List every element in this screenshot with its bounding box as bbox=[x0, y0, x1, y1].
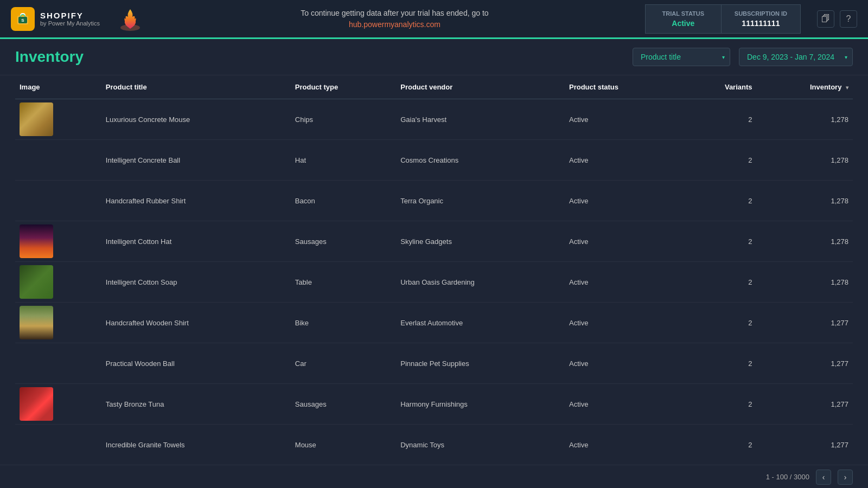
pma-flame-icon bbox=[116, 7, 144, 31]
table-row: Intelligent Cotton SoapTableUrban Oasis … bbox=[15, 262, 853, 303]
toolbar: Inventory Product title ▾ Dec 9, 2023 - … bbox=[0, 39, 868, 75]
cell-product-status: Active bbox=[565, 140, 683, 181]
cell-product-title: Luxurious Concrete Mouse bbox=[101, 99, 291, 140]
table-row: Tasty Bronze TunaSausagesHarmony Furnish… bbox=[15, 384, 853, 425]
trial-link[interactable]: hub.powermyanalytics.com bbox=[349, 20, 441, 29]
pagination-bar: 1 - 100 / 3000 ‹ › bbox=[0, 465, 868, 488]
cell-inventory: 1,277 bbox=[757, 303, 853, 343]
cell-variants: 2 bbox=[683, 181, 757, 221]
cell-product-vendor: Cosmos Creations bbox=[396, 140, 565, 181]
prev-page-btn[interactable]: ‹ bbox=[816, 470, 831, 485]
cell-product-type: Bacon bbox=[291, 181, 396, 221]
table-row: Handcrafted Rubber ShirtBaconTerra Organ… bbox=[15, 181, 853, 221]
cell-product-type: Table bbox=[291, 262, 396, 303]
table-header-row: Image Product title Product type Product… bbox=[15, 75, 853, 99]
cell-product-title: Handcrafted Rubber Shirt bbox=[101, 181, 291, 221]
cell-product-vendor: Everlast Automotive bbox=[396, 303, 565, 343]
table-row: Luxurious Concrete MouseChipsGaia's Harv… bbox=[15, 99, 853, 140]
cell-inventory: 1,278 bbox=[757, 140, 853, 181]
col-product-title[interactable]: Product title bbox=[101, 75, 291, 99]
cell-product-vendor: Skyline Gadgets bbox=[396, 221, 565, 262]
cell-variants: 2 bbox=[683, 140, 757, 181]
cell-product-vendor: Dynamic Toys bbox=[396, 425, 565, 465]
cell-product-vendor: Terra Organic bbox=[396, 181, 565, 221]
cell-variants: 2 bbox=[683, 425, 757, 465]
app-header: S SHOPIFY by Power My Analytics To conti… bbox=[0, 0, 868, 39]
filter-dropdown[interactable]: Product title bbox=[633, 48, 730, 66]
cell-image bbox=[15, 99, 101, 140]
table-row: Intelligent Cotton HatSausagesSkyline Ga… bbox=[15, 221, 853, 262]
subscription-id-label: SUBSCRIPTION ID bbox=[735, 10, 787, 17]
cell-product-title: Incredible Granite Towels bbox=[101, 425, 291, 465]
cell-product-status: Active bbox=[565, 384, 683, 425]
cell-product-title: Practical Wooden Ball bbox=[101, 343, 291, 384]
cell-image bbox=[15, 140, 101, 181]
cell-product-title: Handcrafted Wooden Shirt bbox=[101, 303, 291, 343]
subscription-id-box: SUBSCRIPTION ID 111111111 bbox=[721, 4, 801, 34]
cell-inventory: 1,278 bbox=[757, 221, 853, 262]
help-icon-btn[interactable]: ? bbox=[840, 10, 857, 28]
table-area: Image Product title Product type Product… bbox=[0, 75, 868, 465]
col-product-type: Product type bbox=[291, 75, 396, 99]
cell-product-status: Active bbox=[565, 221, 683, 262]
cell-image bbox=[15, 425, 101, 465]
header-actions: 🗍 ? bbox=[817, 10, 857, 28]
date-dropdown-wrapper: Dec 9, 2023 - Jan 7, 2024 ▾ bbox=[739, 48, 853, 66]
table-row: Handcrafted Wooden ShirtBikeEverlast Aut… bbox=[15, 303, 853, 343]
table-row: Intelligent Concrete BallHatCosmos Creat… bbox=[15, 140, 853, 181]
trial-message: To continue getting data after your tria… bbox=[155, 8, 634, 30]
cell-product-type: Sausages bbox=[291, 384, 396, 425]
cell-inventory: 1,277 bbox=[757, 384, 853, 425]
trial-status-box: TRIAL STATUS Active bbox=[645, 4, 721, 34]
cell-product-title: Tasty Bronze Tuna bbox=[101, 384, 291, 425]
cell-product-status: Active bbox=[565, 99, 683, 140]
cell-variants: 2 bbox=[683, 384, 757, 425]
cell-inventory: 1,277 bbox=[757, 343, 853, 384]
cell-image bbox=[15, 181, 101, 221]
subscription-id-value: 111111111 bbox=[735, 19, 787, 28]
cell-product-title: Intelligent Concrete Ball bbox=[101, 140, 291, 181]
cell-product-vendor: Gaia's Harvest bbox=[396, 99, 565, 140]
next-page-btn[interactable]: › bbox=[838, 470, 853, 485]
table-row: Practical Wooden BallCarPinnacle Pet Sup… bbox=[15, 343, 853, 384]
col-image: Image bbox=[15, 75, 101, 99]
cell-variants: 2 bbox=[683, 303, 757, 343]
col-product-status: Product status bbox=[565, 75, 683, 99]
cell-product-type: Chips bbox=[291, 99, 396, 140]
cell-product-title: Intelligent Cotton Hat bbox=[101, 221, 291, 262]
cell-product-status: Active bbox=[565, 262, 683, 303]
toolbar-right: Product title ▾ Dec 9, 2023 - Jan 7, 202… bbox=[633, 48, 853, 66]
trial-status-value: Active bbox=[659, 19, 708, 28]
cell-product-type: Mouse bbox=[291, 425, 396, 465]
shopify-bag-icon: S bbox=[11, 7, 35, 31]
cell-product-status: Active bbox=[565, 303, 683, 343]
cell-product-vendor: Harmony Furnishings bbox=[396, 384, 565, 425]
cell-product-status: Active bbox=[565, 425, 683, 465]
cell-product-type: Hat bbox=[291, 140, 396, 181]
logo-section: S SHOPIFY by Power My Analytics bbox=[11, 7, 100, 31]
cell-variants: 2 bbox=[683, 99, 757, 140]
app-subtitle: by Power My Analytics bbox=[40, 20, 100, 27]
trial-status-label: TRIAL STATUS bbox=[659, 10, 708, 17]
document-icon-btn[interactable]: 🗍 bbox=[817, 10, 834, 28]
date-dropdown[interactable]: Dec 9, 2023 - Jan 7, 2024 bbox=[739, 48, 853, 66]
inventory-table: Image Product title Product type Product… bbox=[15, 75, 853, 465]
cell-product-status: Active bbox=[565, 343, 683, 384]
cell-inventory: 1,278 bbox=[757, 262, 853, 303]
cell-inventory: 1,278 bbox=[757, 99, 853, 140]
table-row: Incredible Granite TowelsMouseDynamic To… bbox=[15, 425, 853, 465]
col-product-vendor: Product vendor bbox=[396, 75, 565, 99]
cell-product-type: Bike bbox=[291, 303, 396, 343]
inventory-sort-icon: ▾ bbox=[846, 85, 848, 91]
cell-product-type: Sausages bbox=[291, 221, 396, 262]
app-name: SHOPIFY bbox=[40, 11, 100, 20]
status-group: TRIAL STATUS Active SUBSCRIPTION ID 1111… bbox=[645, 4, 801, 34]
col-inventory[interactable]: Inventory ▾ bbox=[757, 75, 853, 99]
filter-dropdown-wrapper: Product title ▾ bbox=[633, 48, 730, 66]
cell-variants: 2 bbox=[683, 343, 757, 384]
page-title: Inventory bbox=[15, 48, 84, 66]
cell-image bbox=[15, 303, 101, 343]
cell-product-vendor: Pinnacle Pet Supplies bbox=[396, 343, 565, 384]
cell-image bbox=[15, 221, 101, 262]
cell-product-title: Intelligent Cotton Soap bbox=[101, 262, 291, 303]
